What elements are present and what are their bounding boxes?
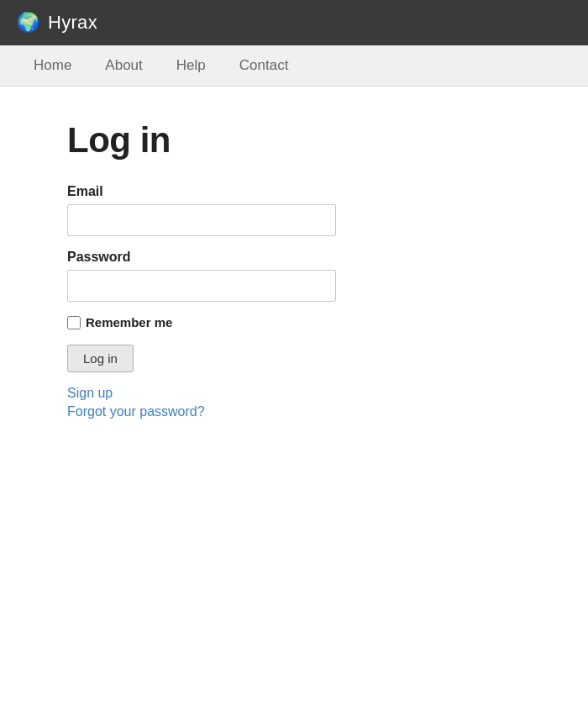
brand-title: Hyrax [48,12,97,34]
forgot-password-link[interactable]: Forgot your password? [67,404,521,419]
page-title: Log in [67,120,521,161]
password-label: Password [67,250,521,265]
remember-me-label[interactable]: Remember me [86,315,172,329]
navbar: Home About Help Contact [0,45,588,87]
nav-item-home[interactable]: Home [17,45,88,86]
remember-me-row: Remember me [67,315,521,329]
nav-item-about[interactable]: About [88,45,159,86]
globe-icon: 🌍 [17,12,39,34]
email-group: Email [67,184,521,236]
email-label: Email [67,184,521,199]
main-content: Log in Email Password Remember me Log in… [0,87,588,456]
nav-item-contact[interactable]: Contact [223,45,306,86]
remember-me-checkbox[interactable] [67,316,81,329]
password-group: Password [67,250,521,302]
header: 🌍 Hyrax [0,0,588,45]
email-input[interactable] [67,204,336,236]
login-button[interactable]: Log in [67,345,134,372]
password-input[interactable] [67,270,336,302]
sign-up-link[interactable]: Sign up [67,386,521,401]
nav-item-help[interactable]: Help [160,45,223,86]
